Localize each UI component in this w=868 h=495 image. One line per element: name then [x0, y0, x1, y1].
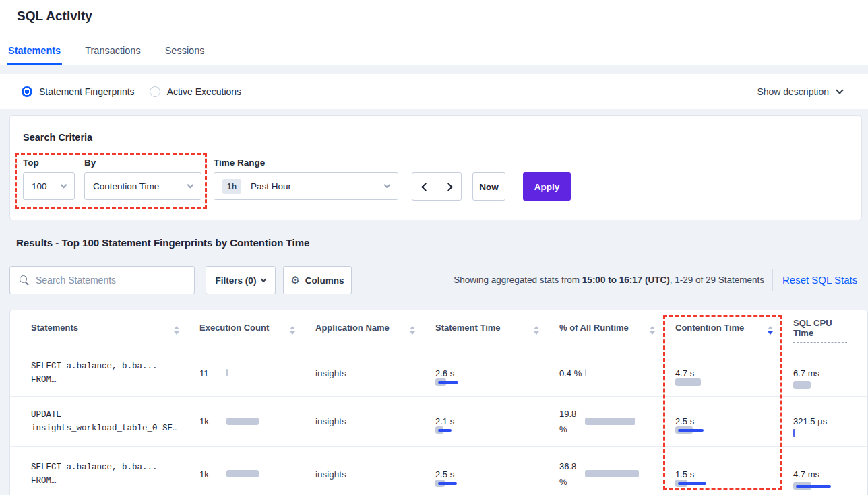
- search-criteria-card: Search Criteria Top By Time Range 100 Co…: [9, 115, 862, 220]
- execution-count-bar: [226, 418, 302, 426]
- reset-sql-stats-link[interactable]: Reset SQL Stats: [782, 266, 857, 294]
- results-heading: Results - Top 100 Statement Fingerprints…: [16, 237, 309, 249]
- header-pct-all-runtime[interactable]: % of All Runtime: [559, 323, 675, 337]
- statement-link[interactable]: UPDATE insights_workload_table_0 SE…: [10, 408, 199, 435]
- radio-label: Active Executions: [167, 86, 242, 97]
- next-range-button[interactable]: [437, 173, 461, 200]
- contention-time-cell: 1.5 s: [675, 469, 793, 480]
- statement-link[interactable]: SELECT a.balance, b.ba... FROM…: [10, 360, 199, 387]
- sort-icon[interactable]: [410, 326, 415, 335]
- statement-time-cell: 2.5 s: [435, 469, 559, 480]
- sql-cpu-time-cell: 6.7 ms: [793, 366, 867, 381]
- contention-time-cell: 2.5 s: [675, 416, 793, 426]
- filters-button[interactable]: Filters (0): [206, 266, 276, 294]
- view-toggle-bar: Statement Fingerprints Active Executions…: [0, 74, 868, 109]
- execution-count-bar: [226, 369, 302, 377]
- pct-runtime-cell: 36.8 %: [559, 459, 675, 490]
- execution-count-bar: [226, 470, 302, 478]
- execution-count-cell: 11: [199, 368, 315, 378]
- time-range-arrows: [412, 172, 462, 201]
- pct-runtime-bar: [585, 418, 660, 426]
- top-label: Top: [23, 158, 39, 168]
- application-name-cell: insights: [315, 416, 435, 426]
- statements-table: Statements Execution Count Application N…: [9, 310, 868, 495]
- chevron-down-icon: [187, 182, 194, 189]
- time-range-value: Past Hour: [251, 181, 385, 191]
- time-range-badge: 1h: [222, 179, 241, 194]
- page-title: SQL Activity: [17, 9, 92, 24]
- top-select-value: 100: [32, 181, 61, 191]
- filters-label: Filters (0): [216, 275, 257, 286]
- chevron-right-icon: [444, 183, 453, 191]
- tab-transactions[interactable]: Transactions: [84, 45, 142, 65]
- table-header-row: Statements Execution Count Application N…: [10, 310, 867, 350]
- pct-runtime-bar: [585, 369, 660, 377]
- radio-label: Statement Fingerprints: [39, 86, 135, 97]
- application-name-cell: insights: [315, 469, 435, 480]
- statement-link[interactable]: SELECT a.balance, b.ba... FROM…: [10, 461, 199, 488]
- radio-unselected-icon: [150, 86, 160, 97]
- sort-icon[interactable]: [534, 326, 539, 335]
- sort-icon[interactable]: [650, 326, 655, 335]
- table-row: UPDATE insights_workload_table_0 SE… 1k …: [10, 397, 867, 447]
- prev-range-button[interactable]: [412, 173, 437, 200]
- top-bar: SQL Activity Statements Transactions Ses…: [0, 0, 868, 65]
- radio-statement-fingerprints[interactable]: Statement Fingerprints: [22, 86, 135, 97]
- header-sql-cpu-time[interactable]: SQL CPU Time: [793, 318, 867, 343]
- results-toolbar: Search Statements Filters (0) ⚙ Columns …: [0, 266, 868, 294]
- aggregated-stats-text: Showing aggregated stats from 15:00 to 1…: [454, 266, 764, 294]
- sort-icon[interactable]: [290, 326, 295, 335]
- sql-cpu-time-cell: 321.5 µs: [793, 414, 867, 429]
- application-name-cell: insights: [315, 368, 435, 378]
- search-statements-input[interactable]: Search Statements: [9, 266, 195, 294]
- show-description-label: Show description: [757, 86, 829, 97]
- by-label: By: [84, 158, 96, 168]
- radio-selected-icon: [22, 86, 32, 97]
- time-range-label: Time Range: [214, 158, 265, 168]
- header-statement-time[interactable]: Statement Time: [435, 323, 559, 337]
- header-contention-time[interactable]: Contention Time: [675, 323, 793, 337]
- tab-bar: Statements Transactions Sessions: [7, 45, 206, 65]
- sort-icon-active-desc[interactable]: [768, 326, 773, 335]
- statement-time-cell: 2.6 s: [435, 368, 559, 378]
- chevron-down-icon: [61, 182, 67, 189]
- chevron-left-icon: [421, 183, 430, 191]
- sort-icon[interactable]: [174, 326, 179, 335]
- table-row: SELECT a.balance, b.ba... FROM… 1k insig…: [10, 447, 867, 495]
- now-button[interactable]: Now: [472, 172, 505, 201]
- tab-sessions[interactable]: Sessions: [164, 45, 206, 65]
- time-range-select[interactable]: 1h Past Hour: [214, 172, 398, 200]
- search-placeholder: Search Statements: [36, 275, 116, 286]
- contention-time-cell: 4.7 s: [675, 368, 793, 378]
- pct-runtime-cell: 19.8 %: [559, 406, 675, 437]
- by-select[interactable]: Contention Time: [84, 172, 202, 200]
- execution-count-cell: 1k: [199, 469, 315, 480]
- top-select[interactable]: 100: [23, 172, 75, 200]
- pct-runtime-bar: [585, 470, 660, 478]
- chevron-down-icon: [836, 86, 843, 94]
- gear-icon: ⚙: [290, 274, 299, 286]
- chevron-down-icon: [384, 182, 391, 189]
- statement-time-cell: 2.1 s: [435, 416, 559, 426]
- pct-runtime-cell: 0.4 %: [559, 366, 675, 381]
- header-execution-count[interactable]: Execution Count: [199, 323, 315, 337]
- search-icon: [19, 275, 30, 286]
- apply-button[interactable]: Apply: [523, 172, 571, 201]
- by-select-value: Contention Time: [93, 181, 188, 191]
- execution-count-cell: 1k: [199, 416, 315, 426]
- toolbar-divider: [772, 269, 773, 291]
- sql-cpu-time-cell: 4.7 ms: [793, 467, 867, 482]
- radio-active-executions[interactable]: Active Executions: [150, 86, 242, 97]
- show-description-toggle[interactable]: Show description: [757, 86, 842, 97]
- tab-statements[interactable]: Statements: [7, 45, 62, 65]
- table-row: SELECT a.balance, b.ba... FROM… 11 insig…: [10, 350, 867, 397]
- columns-label: Columns: [305, 275, 344, 286]
- search-criteria-heading: Search Criteria: [23, 132, 92, 143]
- header-application-name[interactable]: Application Name: [315, 323, 435, 337]
- header-statements[interactable]: Statements: [10, 323, 199, 337]
- chevron-down-icon: [261, 276, 266, 282]
- columns-button[interactable]: ⚙ Columns: [283, 266, 352, 294]
